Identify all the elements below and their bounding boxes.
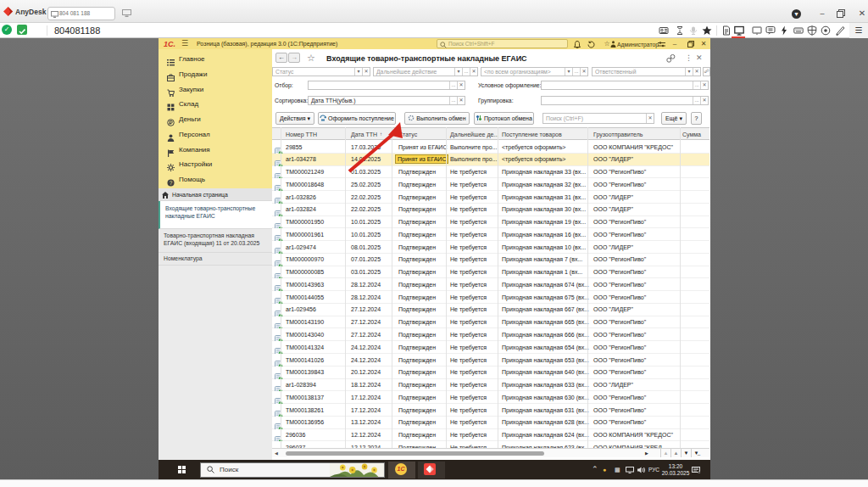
svg-text:?: ? xyxy=(170,180,173,186)
